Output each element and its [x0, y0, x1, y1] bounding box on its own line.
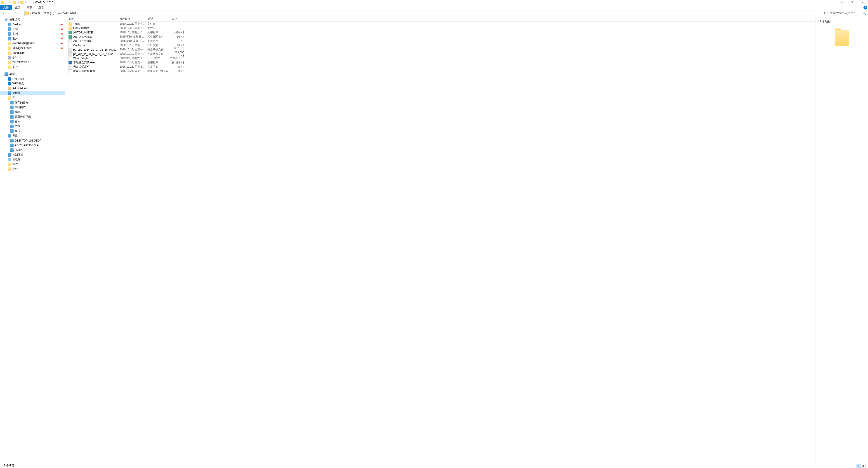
file-name: Win7x64.gho	[73, 57, 89, 60]
item-icon	[10, 125, 13, 128]
tree-item[interactable]: PC-20190530OBLA	[0, 143, 65, 148]
file-date: 2020/10/12, 星期一 1...	[118, 52, 146, 56]
tree-item[interactable]: 此电脑	[0, 91, 65, 95]
file-row[interactable]: Tools 2020/12/25, 星期五 1... 文件夹	[65, 22, 815, 26]
chevron-right-icon[interactable]: ›	[55, 12, 57, 14]
column-header-name[interactable]: 名称	[67, 17, 118, 21]
tree-item[interactable]: 下载📌	[0, 27, 65, 31]
folder-icon	[8, 167, 11, 171]
file-row[interactable]: 光盘说明.TXT 2016/10/23, 星期日 0... TXT 文件 5 K…	[65, 65, 815, 69]
new-folder-icon[interactable]	[13, 1, 16, 4]
tree-item[interactable]: 保存的图片	[0, 100, 65, 105]
tree-item[interactable]: 天翼云盘下载	[0, 115, 65, 119]
breadcrumb-segment[interactable]: 此电脑	[31, 11, 41, 15]
properties-icon[interactable]: ☑	[8, 1, 12, 4]
tree-item[interactable]: Administrator	[0, 86, 65, 91]
details-view-button[interactable]: ☰	[856, 464, 861, 468]
ribbon-tab-share[interactable]: 共享	[24, 5, 35, 10]
tree-item[interactable]: YUNQISHI2019📌	[0, 46, 65, 51]
tree-software[interactable]: 软件	[0, 162, 65, 167]
ribbon-tab-view[interactable]: 查看	[35, 5, 47, 10]
tree-quick-access[interactable]: 快速访问	[0, 17, 65, 22]
refresh-icon[interactable]: ↻	[824, 12, 826, 15]
tree-item[interactable]: DESKTOP-LSSOEDP	[0, 138, 65, 143]
column-header-type[interactable]: 类型	[146, 17, 170, 21]
tree-item[interactable]: 图片	[0, 119, 65, 124]
help-icon[interactable]: ?	[864, 6, 867, 9]
tree-item[interactable]: WPS网盘	[0, 81, 65, 86]
breadcrumb-segment[interactable]: 文档 (E:)	[43, 11, 55, 15]
minimize-button[interactable]: ─	[837, 0, 847, 5]
ribbon-expand-icon[interactable]: ˅	[861, 6, 862, 9]
tree-item[interactable]: OneDrive	[0, 76, 65, 81]
navigation-tree[interactable]: 快速访问 Desktop📌下载📌文档📌图片📌excel表格制作求和📌YUNQIS…	[0, 16, 65, 463]
tree-item[interactable]: 文档	[0, 124, 65, 129]
forward-button[interactable]: →	[7, 11, 12, 16]
recent-dropdown-icon[interactable]: ˅	[13, 11, 18, 16]
tree-item[interactable]: G:\	[0, 55, 65, 60]
file-row[interactable]: AUTORUN.INF 2015/5/10, 星期日 02... 安装信息 1 …	[65, 39, 815, 43]
tree-item[interactable]: 本机照片	[0, 105, 65, 110]
file-name: Tools	[73, 22, 80, 26]
tree-item[interactable]: 文档📌	[0, 31, 65, 36]
address-dropdown-icon[interactable]: ˅	[822, 12, 824, 14]
tree-item[interactable]: Bandicam	[0, 51, 65, 55]
star-icon	[4, 18, 8, 22]
tree-item[interactable]: ZMT2019	[0, 148, 65, 152]
qat-dropdown-icon[interactable]: ▾	[28, 1, 32, 4]
file-size: 1,926 KB	[170, 31, 186, 34]
up-button[interactable]: ↑	[19, 11, 24, 16]
address-bar: ← → ˅ ↑ › 此电脑 › 文档 (E:) › Win7x64_2020 ›…	[0, 10, 868, 16]
file-row[interactable]: 硬盘安装教程.html 2016/11/21, 星期一 2... 360 se …	[65, 69, 815, 73]
chevron-right-icon[interactable]: ›	[77, 12, 79, 14]
file-row[interactable]: U盘安装教程 2020/12/25, 星期五 1... 文件夹	[65, 26, 815, 30]
breadcrumb[interactable]: › 此电脑 › 文档 (E:) › Win7x64_2020 › ˅ ↻	[24, 11, 828, 16]
ribbon: 文件 主页 共享 查看 ˅ ?	[0, 5, 868, 10]
file-name: pe_yqs_1064_20_07_31_16_04.iso	[73, 48, 116, 51]
tree-control-panel[interactable]: 控制面板	[0, 152, 65, 157]
chevron-right-icon[interactable]: ›	[41, 12, 43, 14]
item-icon	[8, 96, 11, 100]
back-button[interactable]: ←	[1, 11, 6, 16]
close-button[interactable]: ✕	[857, 0, 867, 5]
tree-item[interactable]: Desktop📌	[0, 22, 65, 27]
file-type: 360 se HTML Do...	[146, 70, 170, 73]
tree-recycle-bin[interactable]: 回收站	[0, 157, 65, 162]
ribbon-tab-home[interactable]: 主页	[12, 5, 24, 10]
rename-icon[interactable]	[20, 1, 24, 4]
file-rows[interactable]: Tools 2020/12/25, 星期五 1... 文件夹 U盘安装教程 20…	[65, 22, 815, 463]
tree-item[interactable]: 图片📌	[0, 36, 65, 41]
file-size: 5 KB	[170, 65, 186, 68]
tree-item[interactable]: win7重装win7	[0, 60, 65, 65]
file-row[interactable]: AUTORUN.EXE 2016/1/8, 星期五 04:... 应用程序 1,…	[65, 30, 815, 35]
file-row[interactable]: Win7x64.gho 2019/9/7, 星期六 19:... GHO 文件 …	[65, 56, 815, 60]
maximize-button[interactable]: ☐	[847, 0, 857, 5]
tree-item[interactable]: 库	[0, 95, 65, 100]
search-icon[interactable]: 🔍	[863, 12, 866, 15]
file-row[interactable]: 本地硬盘安装.exe 2020/10/12, 星期一 1... 应用程序 28,…	[65, 60, 815, 65]
tree-files[interactable]: 文件	[0, 167, 65, 171]
column-header-size[interactable]: 大小	[170, 17, 186, 21]
tree-item[interactable]: 图片	[0, 65, 65, 69]
file-row[interactable]: AUTORUN.ICO 2015/5/10, 星期日 02... ICO 图片文…	[65, 35, 815, 39]
breadcrumb-segment[interactable]: Win7x64_2020	[57, 11, 77, 15]
item-icon	[8, 91, 11, 95]
tree-desktop[interactable]: 桌面	[0, 72, 65, 76]
tree-item[interactable]: excel表格制作求和📌	[0, 41, 65, 46]
tree-item[interactable]: 音乐	[0, 129, 65, 133]
file-type: 光盘映像文件	[146, 52, 170, 56]
file-type: TXT 文件	[146, 65, 170, 69]
search-input[interactable]: 搜索"Win7x64_2020" 🔍	[829, 11, 867, 16]
file-row[interactable]: pe_yqs_xp_20_07_31_15_53.iso 2020/10/12,…	[65, 52, 815, 56]
ribbon-tab-file[interactable]: 文件	[0, 5, 12, 10]
tree-network[interactable]: 网络	[0, 133, 65, 138]
tree-item[interactable]: 视频	[0, 110, 65, 115]
delete-icon[interactable]: ✕	[16, 1, 20, 4]
title-separator: |	[33, 1, 34, 4]
icons-view-button[interactable]: ▦	[861, 464, 866, 468]
main-content: 快速访问 Desktop📌下载📌文档📌图片📌excel表格制作求和📌YUNQIS…	[0, 16, 868, 463]
column-header-date[interactable]: 修改日期	[118, 17, 146, 21]
undo-icon[interactable]: ⟳	[24, 1, 28, 4]
item-icon	[8, 46, 11, 50]
chevron-right-icon[interactable]: ›	[30, 12, 31, 14]
